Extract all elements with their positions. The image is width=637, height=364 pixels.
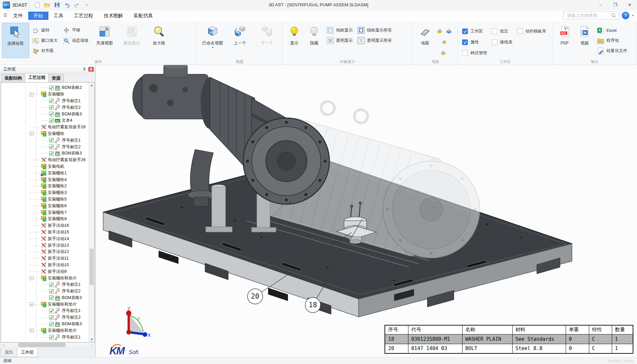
viewport-3d[interactable]: 2018 Z Y X KM Soft. 序号代号名称材料单重特性数量180301…	[96, 65, 637, 357]
ribbon-button-已命名视图[interactable]: AB已命名视图▼	[199, 23, 226, 58]
checkbox-checked-icon[interactable]	[49, 112, 54, 116]
cube-yellow-2-button[interactable]	[440, 49, 447, 56]
panel-tab-资源[interactable]: 资源	[48, 74, 64, 82]
search-icon[interactable]	[611, 13, 616, 18]
search-box[interactable]	[563, 11, 619, 20]
checkbox-checked-icon[interactable]	[49, 118, 54, 123]
ribbon-button-透明显示[interactable]: 透明显示	[326, 35, 353, 46]
bom-table[interactable]: 序号代号名称材料单重特性数量180301235800-M1WASHER PLAI…	[385, 325, 633, 354]
tree-item[interactable]: 扳手活动13	[1, 242, 89, 249]
tree-vertical-scrollbar[interactable]: ▲ ▼	[89, 83, 94, 342]
ribbon-button-充满视图[interactable]: 充满视图	[91, 23, 118, 58]
checkbox-icon[interactable]	[492, 29, 497, 34]
menu-icon[interactable]: ☰	[3, 13, 7, 18]
ribbon-button-平移[interactable]: 平移	[62, 25, 89, 35]
ribbon-button-线框显示[interactable]: 线框显示	[326, 25, 353, 35]
tree-item[interactable]: 安装螺栓	[1, 91, 89, 98]
tree-horizontal-scrollbar[interactable]: ‹ ›	[1, 342, 95, 348]
menu-tab-工具[interactable]: 工具	[48, 12, 69, 20]
tree-item[interactable]: 扳手活动16	[1, 222, 89, 229]
tree-item[interactable]: 1序号标注1	[1, 308, 89, 314]
tree-item[interactable]: 1序号标注1	[1, 98, 89, 104]
tree-item[interactable]: 电动拧紧套筒扳手28	[1, 124, 89, 131]
tree-item[interactable]: 1序号标注2	[1, 288, 89, 295]
tree-item[interactable]: 安装螺栓4	[1, 176, 89, 183]
checkbox-checked-icon[interactable]	[49, 145, 54, 149]
close-button[interactable]: ✕	[622, 0, 637, 10]
scroll-left-icon[interactable]: ‹	[1, 342, 6, 347]
ribbon-toggle-动作模板库[interactable]: 动作模板库	[517, 26, 546, 37]
panel-tab-工艺过程[interactable]: 工艺过程	[25, 73, 49, 82]
collapse-icon[interactable]	[30, 92, 34, 96]
checkbox-checked-icon[interactable]	[49, 289, 54, 294]
scrollbar-thumb[interactable]	[18, 343, 65, 347]
redo-button[interactable]	[73, 1, 81, 9]
collapse-icon[interactable]	[30, 132, 34, 136]
tree-item[interactable]: 扳手活动15	[1, 229, 89, 236]
tree-item[interactable]: 安装螺栓6	[1, 203, 89, 209]
minimize-button[interactable]: –	[593, 0, 608, 10]
ribbon-button-动态缩放[interactable]: 动态缩放	[62, 35, 89, 46]
checkbox-checked-icon[interactable]	[49, 322, 54, 327]
tree-item[interactable]: 1序号标注1	[1, 334, 89, 340]
checkbox-checked-icon[interactable]	[49, 335, 54, 339]
ribbon-button-PDF[interactable]: PDFPDF	[555, 23, 575, 58]
ribbon-toggle-属性[interactable]: 属性	[462, 37, 487, 48]
ribbon-toggle-批注[interactable]: 批注	[492, 26, 513, 37]
scroll-up-icon[interactable]: ▲	[89, 83, 95, 88]
tree-item[interactable]: BOMBOM表格3	[1, 321, 89, 328]
help-button[interactable]: ?	[622, 12, 629, 19]
tree-item[interactable]: BOMBOM表格2	[1, 85, 89, 91]
tree-item[interactable]: 安装螺栓5	[1, 196, 89, 203]
more-button[interactable]	[83, 1, 91, 9]
tree-item[interactable]: 1序号标注1	[1, 281, 89, 288]
undo-button[interactable]	[63, 1, 71, 9]
tree-item[interactable]: 1序号标注2	[1, 144, 89, 150]
checkbox-checked-icon[interactable]	[49, 86, 54, 90]
cube-blue-button[interactable]	[445, 27, 453, 34]
checkbox-checked-icon[interactable]	[49, 315, 54, 320]
ribbon-button-选择拾取[interactable]: 选择拾取	[2, 23, 29, 58]
tree-item[interactable]: 扳手活动14	[1, 235, 89, 242]
tree-item[interactable]: BOMBOM表格3	[1, 111, 89, 117]
ribbon-button-Excel[interactable]: XExcel	[597, 25, 627, 35]
maximize-button[interactable]: ❐	[608, 0, 622, 10]
panel-tab-装配结构[interactable]: 装配结构	[1, 74, 25, 82]
tree-item[interactable]: 1序号标注1	[1, 137, 89, 144]
ribbon-button-窗口放大[interactable]: 窗口放大	[32, 35, 58, 46]
tree-item[interactable]: 扳手活动11	[1, 255, 89, 262]
checkbox-checked-icon[interactable]	[462, 29, 468, 34]
chevron-down-icon[interactable]: ▼	[631, 14, 634, 17]
checkbox-icon[interactable]	[492, 39, 497, 45]
checkbox-checked-icon[interactable]	[49, 105, 54, 110]
panel-bottom-tab-工作区[interactable]: 工作区	[17, 348, 38, 357]
ribbon-button-上一个[interactable]: 上一个	[226, 23, 253, 58]
tree-item[interactable]: BOMBOM表格3	[1, 150, 89, 157]
ribbon-button-透明显示所有[interactable]: 透明显示所有	[357, 35, 392, 46]
checkbox-checked-icon[interactable]	[49, 98, 54, 103]
pin-icon[interactable]	[82, 67, 87, 71]
save-button[interactable]	[53, 1, 61, 9]
tree-item[interactable]: 安装电机	[1, 163, 89, 170]
menu-tab-文件[interactable]: 文件	[8, 12, 28, 20]
tree-item[interactable]: 安装螺栓2	[1, 183, 89, 190]
tree-item[interactable]: 扳手活动10	[1, 262, 89, 269]
new-document-button[interactable]	[33, 1, 41, 9]
tree-item[interactable]: 安装螺栓	[1, 131, 89, 137]
tree-item[interactable]: 电动拧紧套筒扳手26	[1, 157, 89, 163]
checkbox-icon[interactable]	[462, 50, 468, 56]
ribbon-toggle-接线表[interactable]: 接线表	[492, 37, 513, 48]
ribbon-toggle-工作区[interactable]: 工作区	[462, 26, 487, 37]
collapse-icon[interactable]	[30, 329, 34, 333]
bom-row[interactable]: 200147 1404 03BOLTSteel 8.80C1	[385, 344, 633, 353]
scrollbar-thumb[interactable]	[90, 249, 94, 285]
tree-item[interactable]: 安装螺栓7	[1, 209, 89, 216]
model-canvas[interactable]: 2018 Z Y X KM Soft.	[96, 65, 637, 357]
checkbox-checked-icon[interactable]	[49, 309, 54, 313]
ribbon-button-程序包[interactable]: EXE程序包	[597, 35, 627, 46]
ribbon-button-对齐面[interactable]: 对齐面	[32, 46, 58, 56]
panel-bottom-tab-属性[interactable]: 属性	[1, 348, 17, 357]
checkbox-icon[interactable]	[517, 29, 523, 34]
scroll-down-icon[interactable]: ▼	[89, 337, 95, 342]
search-input[interactable]	[566, 13, 611, 18]
